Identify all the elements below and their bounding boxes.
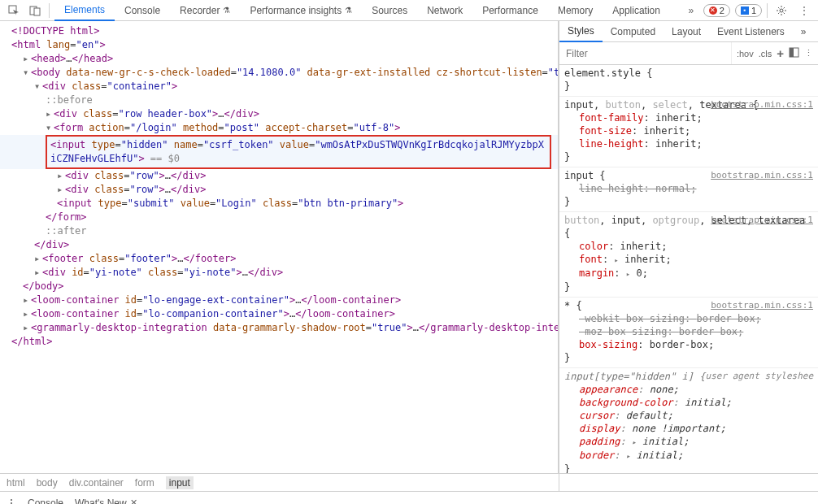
- hover-toggle[interactable]: :hov: [737, 49, 754, 59]
- breadcrumb-item[interactable]: body: [37, 477, 58, 489]
- error-count: 2: [720, 6, 724, 15]
- msg-count: 1: [751, 6, 756, 15]
- main-tabs: ElementsConsoleRecorder⚗Performance insi…: [54, 0, 679, 21]
- tab-performance-insights[interactable]: Performance insights⚗: [240, 0, 362, 21]
- drawer-tab-whatsnew[interactable]: What's New✕: [75, 497, 137, 505]
- styles-tab-event-listeners[interactable]: Event Listeners: [709, 21, 793, 42]
- drawer-tab-console[interactable]: Console: [28, 497, 63, 505]
- tab-recorder[interactable]: Recorder⚗: [170, 0, 240, 21]
- close-icon[interactable]: ✕: [130, 497, 137, 504]
- device-toggle-icon[interactable]: [26, 2, 44, 20]
- styles-tab-layout[interactable]: Layout: [664, 21, 709, 42]
- breadcrumb-item[interactable]: form: [135, 477, 154, 489]
- settings-gear-icon[interactable]: [772, 2, 790, 20]
- styles-tab-computed[interactable]: Computed: [603, 21, 664, 42]
- kebab-menu-icon[interactable]: ⋮: [795, 2, 813, 20]
- styles-sidebar: StylesComputedLayoutEvent Listeners» :ho…: [559, 21, 818, 473]
- breadcrumb-item[interactable]: html: [7, 477, 25, 489]
- tab-console[interactable]: Console: [115, 0, 170, 21]
- styles-tab-styles[interactable]: Styles: [559, 21, 603, 42]
- selected-element[interactable]: <input type="hidden" name="csrf_token" v…: [0, 135, 558, 169]
- tab-application[interactable]: Application: [603, 0, 670, 21]
- tab-performance[interactable]: Performance: [472, 0, 548, 21]
- new-rule-icon[interactable]: +: [777, 46, 784, 60]
- tab-sources[interactable]: Sources: [362, 0, 417, 21]
- elements-breadcrumb[interactable]: htmlbodydiv.containerforminput: [0, 473, 559, 491]
- devtools-toolbar: ElementsConsoleRecorder⚗Performance insi…: [0, 0, 818, 21]
- inspect-icon[interactable]: [5, 2, 23, 20]
- drawer-kebab-icon[interactable]: ⋮: [7, 497, 16, 505]
- tab-memory[interactable]: Memory: [548, 0, 603, 21]
- more-actions-icon[interactable]: ⋮: [804, 48, 813, 59]
- breadcrumb-item[interactable]: div.container: [69, 477, 124, 489]
- cls-toggle[interactable]: .cls: [759, 49, 772, 59]
- doctype: <!DOCTYPE html>: [11, 25, 99, 37]
- styles-filter-input[interactable]: [559, 43, 731, 64]
- messages-badge[interactable]: ▪1: [735, 4, 762, 17]
- drawer: ⋮ Console What's New✕: [0, 491, 818, 504]
- elements-tree[interactable]: <!DOCTYPE html> <html lang="en"> ▸<head>…: [0, 21, 559, 473]
- svg-point-3: [780, 9, 783, 12]
- more-tabs-icon[interactable]: »: [682, 2, 700, 20]
- tab-network[interactable]: Network: [417, 0, 472, 21]
- computed-toggle-icon[interactable]: [789, 47, 799, 59]
- errors-badge[interactable]: ✕2: [703, 4, 730, 17]
- styles-more-icon[interactable]: »: [793, 21, 815, 42]
- breadcrumb-item[interactable]: input: [166, 476, 194, 489]
- svg-rect-2: [34, 8, 40, 15]
- tab-elements[interactable]: Elements: [54, 0, 115, 21]
- styles-tabs: StylesComputedLayoutEvent Listeners»: [559, 21, 818, 42]
- svg-rect-5: [790, 48, 794, 57]
